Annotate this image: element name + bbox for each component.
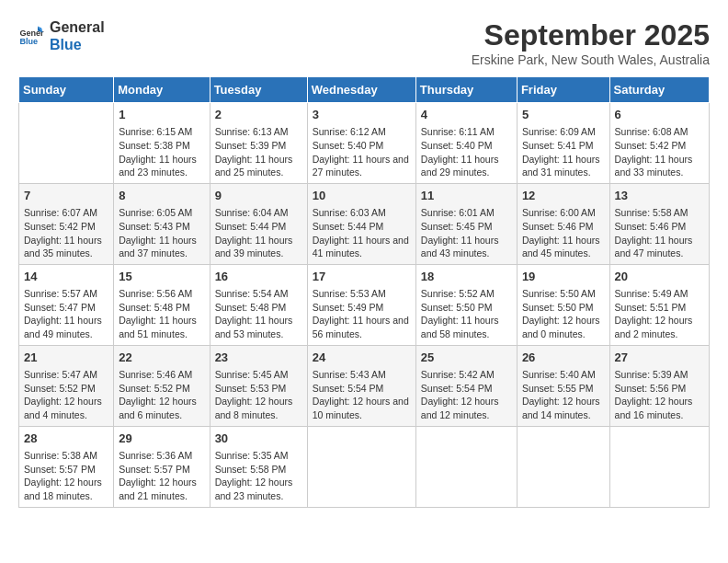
day-of-week-header: Wednesday bbox=[307, 77, 415, 103]
day-info: Sunrise: 6:13 AMSunset: 5:39 PMDaylight:… bbox=[215, 125, 302, 179]
day-number: 13 bbox=[615, 188, 704, 204]
day-info: Sunrise: 6:12 AMSunset: 5:40 PMDaylight:… bbox=[313, 125, 411, 179]
logo-icon: General Blue bbox=[18, 23, 44, 49]
calendar-cell bbox=[307, 426, 415, 507]
day-number: 28 bbox=[24, 431, 108, 447]
calendar-cell: 19Sunrise: 5:50 AMSunset: 5:50 PMDayligh… bbox=[517, 264, 609, 345]
day-number: 17 bbox=[313, 269, 411, 285]
day-of-week-header: Thursday bbox=[415, 77, 517, 103]
calendar-cell: 6Sunrise: 6:08 AMSunset: 5:42 PMDaylight… bbox=[609, 103, 709, 184]
day-info: Sunrise: 6:11 AMSunset: 5:40 PMDaylight:… bbox=[421, 125, 512, 179]
day-number: 19 bbox=[522, 269, 605, 285]
calendar-cell: 23Sunrise: 5:45 AMSunset: 5:53 PMDayligh… bbox=[210, 345, 307, 426]
day-info: Sunrise: 5:52 AMSunset: 5:50 PMDaylight:… bbox=[421, 287, 512, 341]
calendar-cell: 10Sunrise: 6:03 AMSunset: 5:44 PMDayligh… bbox=[307, 183, 415, 264]
calendar-cell: 17Sunrise: 5:53 AMSunset: 5:49 PMDayligh… bbox=[307, 264, 415, 345]
logo-line2: Blue bbox=[50, 36, 105, 53]
calendar-cell: 14Sunrise: 5:57 AMSunset: 5:47 PMDayligh… bbox=[19, 264, 114, 345]
calendar-cell: 15Sunrise: 5:56 AMSunset: 5:48 PMDayligh… bbox=[114, 264, 210, 345]
day-number: 21 bbox=[24, 350, 108, 366]
day-number: 2 bbox=[215, 107, 302, 123]
calendar-cell: 8Sunrise: 6:05 AMSunset: 5:43 PMDaylight… bbox=[114, 183, 210, 264]
calendar-cell: 3Sunrise: 6:12 AMSunset: 5:40 PMDaylight… bbox=[307, 103, 415, 184]
svg-text:Blue: Blue bbox=[19, 37, 38, 46]
day-info: Sunrise: 6:05 AMSunset: 5:43 PMDaylight:… bbox=[119, 206, 204, 260]
calendar-cell: 21Sunrise: 5:47 AMSunset: 5:52 PMDayligh… bbox=[19, 345, 114, 426]
day-number: 1 bbox=[119, 107, 204, 123]
calendar-cell: 9Sunrise: 6:04 AMSunset: 5:44 PMDaylight… bbox=[210, 183, 307, 264]
calendar-table: SundayMondayTuesdayWednesdayThursdayFrid… bbox=[18, 76, 710, 508]
calendar-week-row: 7Sunrise: 6:07 AMSunset: 5:42 PMDaylight… bbox=[19, 183, 710, 264]
calendar-cell: 22Sunrise: 5:46 AMSunset: 5:52 PMDayligh… bbox=[114, 345, 210, 426]
day-number: 15 bbox=[119, 269, 204, 285]
day-info: Sunrise: 6:01 AMSunset: 5:45 PMDaylight:… bbox=[421, 206, 512, 260]
day-number: 3 bbox=[313, 107, 411, 123]
day-info: Sunrise: 6:07 AMSunset: 5:42 PMDaylight:… bbox=[24, 206, 108, 260]
day-info: Sunrise: 5:49 AMSunset: 5:51 PMDaylight:… bbox=[615, 287, 704, 341]
calendar-cell: 16Sunrise: 5:54 AMSunset: 5:48 PMDayligh… bbox=[210, 264, 307, 345]
day-number: 16 bbox=[215, 269, 302, 285]
logo-line1: General bbox=[50, 18, 105, 36]
day-info: Sunrise: 5:46 AMSunset: 5:52 PMDaylight:… bbox=[119, 368, 204, 422]
day-number: 18 bbox=[421, 269, 512, 285]
calendar-cell: 26Sunrise: 5:40 AMSunset: 5:55 PMDayligh… bbox=[517, 345, 609, 426]
day-info: Sunrise: 5:56 AMSunset: 5:48 PMDaylight:… bbox=[119, 287, 204, 341]
day-number: 10 bbox=[313, 188, 411, 204]
day-info: Sunrise: 5:39 AMSunset: 5:56 PMDaylight:… bbox=[615, 368, 704, 422]
day-number: 23 bbox=[215, 350, 302, 366]
day-info: Sunrise: 5:47 AMSunset: 5:52 PMDaylight:… bbox=[24, 368, 108, 422]
day-number: 9 bbox=[215, 188, 302, 204]
location-subtitle: Erskine Park, New South Wales, Australia bbox=[472, 52, 710, 67]
day-info: Sunrise: 5:58 AMSunset: 5:46 PMDaylight:… bbox=[615, 206, 704, 260]
day-number: 22 bbox=[119, 350, 204, 366]
day-info: Sunrise: 5:35 AMSunset: 5:58 PMDaylight:… bbox=[215, 449, 302, 503]
day-number: 14 bbox=[24, 269, 108, 285]
calendar-cell: 30Sunrise: 5:35 AMSunset: 5:58 PMDayligh… bbox=[210, 426, 307, 507]
day-info: Sunrise: 6:09 AMSunset: 5:41 PMDaylight:… bbox=[522, 125, 605, 179]
calendar-cell: 1Sunrise: 6:15 AMSunset: 5:38 PMDaylight… bbox=[114, 103, 210, 184]
day-info: Sunrise: 6:04 AMSunset: 5:44 PMDaylight:… bbox=[215, 206, 302, 260]
day-header-row: SundayMondayTuesdayWednesdayThursdayFrid… bbox=[19, 77, 710, 103]
calendar-cell: 27Sunrise: 5:39 AMSunset: 5:56 PMDayligh… bbox=[609, 345, 709, 426]
day-number: 20 bbox=[615, 269, 704, 285]
calendar-cell: 2Sunrise: 6:13 AMSunset: 5:39 PMDaylight… bbox=[210, 103, 307, 184]
header: General Blue General Blue September 2025… bbox=[18, 18, 710, 67]
day-number: 30 bbox=[215, 431, 302, 447]
day-info: Sunrise: 5:40 AMSunset: 5:55 PMDaylight:… bbox=[522, 368, 605, 422]
calendar-week-row: 1Sunrise: 6:15 AMSunset: 5:38 PMDaylight… bbox=[19, 103, 710, 184]
day-number: 8 bbox=[119, 188, 204, 204]
calendar-cell: 29Sunrise: 5:36 AMSunset: 5:57 PMDayligh… bbox=[114, 426, 210, 507]
calendar-week-row: 28Sunrise: 5:38 AMSunset: 5:57 PMDayligh… bbox=[19, 426, 710, 507]
month-title: September 2025 bbox=[472, 18, 710, 52]
day-info: Sunrise: 5:50 AMSunset: 5:50 PMDaylight:… bbox=[522, 287, 605, 341]
day-number: 25 bbox=[421, 350, 512, 366]
day-info: Sunrise: 5:42 AMSunset: 5:54 PMDaylight:… bbox=[421, 368, 512, 422]
calendar-cell: 12Sunrise: 6:00 AMSunset: 5:46 PMDayligh… bbox=[517, 183, 609, 264]
calendar-cell: 25Sunrise: 5:42 AMSunset: 5:54 PMDayligh… bbox=[415, 345, 517, 426]
day-info: Sunrise: 5:54 AMSunset: 5:48 PMDaylight:… bbox=[215, 287, 302, 341]
calendar-cell bbox=[19, 103, 114, 184]
calendar-cell bbox=[415, 426, 517, 507]
calendar-cell: 13Sunrise: 5:58 AMSunset: 5:46 PMDayligh… bbox=[609, 183, 709, 264]
day-number: 24 bbox=[313, 350, 411, 366]
calendar-cell: 4Sunrise: 6:11 AMSunset: 5:40 PMDaylight… bbox=[415, 103, 517, 184]
day-number: 4 bbox=[421, 107, 512, 123]
day-of-week-header: Saturday bbox=[609, 77, 709, 103]
day-number: 26 bbox=[522, 350, 605, 366]
day-info: Sunrise: 6:08 AMSunset: 5:42 PMDaylight:… bbox=[615, 125, 704, 179]
calendar-week-row: 14Sunrise: 5:57 AMSunset: 5:47 PMDayligh… bbox=[19, 264, 710, 345]
calendar-cell: 7Sunrise: 6:07 AMSunset: 5:42 PMDaylight… bbox=[19, 183, 114, 264]
calendar-cell bbox=[609, 426, 709, 507]
day-number: 27 bbox=[615, 350, 704, 366]
day-number: 5 bbox=[522, 107, 605, 123]
day-of-week-header: Monday bbox=[114, 77, 210, 103]
calendar-cell: 24Sunrise: 5:43 AMSunset: 5:54 PMDayligh… bbox=[307, 345, 415, 426]
day-of-week-header: Tuesday bbox=[210, 77, 307, 103]
day-number: 29 bbox=[119, 431, 204, 447]
calendar-cell bbox=[517, 426, 609, 507]
calendar-cell: 5Sunrise: 6:09 AMSunset: 5:41 PMDaylight… bbox=[517, 103, 609, 184]
day-info: Sunrise: 5:38 AMSunset: 5:57 PMDaylight:… bbox=[24, 449, 108, 503]
calendar-cell: 20Sunrise: 5:49 AMSunset: 5:51 PMDayligh… bbox=[609, 264, 709, 345]
day-info: Sunrise: 6:03 AMSunset: 5:44 PMDaylight:… bbox=[313, 206, 411, 260]
day-info: Sunrise: 5:36 AMSunset: 5:57 PMDaylight:… bbox=[119, 449, 204, 503]
